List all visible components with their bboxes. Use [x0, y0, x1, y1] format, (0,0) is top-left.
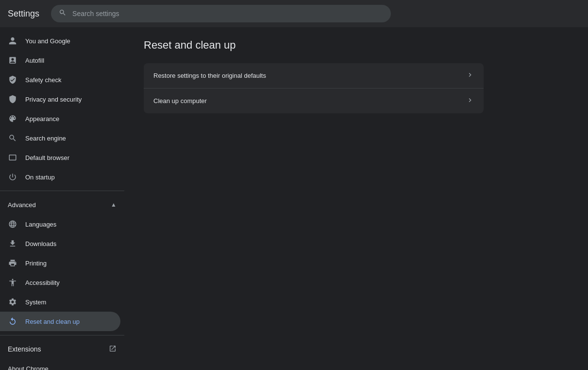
sidebar-item-label: Search engine — [25, 135, 66, 142]
sidebar: You and Google Autofill Safety check — [0, 27, 124, 370]
sidebar-item-downloads[interactable]: Downloads — [0, 234, 120, 253]
search-icon — [59, 9, 67, 18]
sidebar-item-printing[interactable]: Printing — [0, 253, 120, 273]
sidebar-item-label: Downloads — [25, 240, 56, 247]
sidebar-item-you-and-google[interactable]: You and Google — [0, 31, 120, 51]
sidebar-item-default-browser[interactable]: Default browser — [0, 148, 120, 167]
search-engine-icon — [8, 133, 17, 143]
sidebar-item-label: Autofill — [25, 57, 44, 64]
download-icon — [8, 239, 17, 248]
sidebar-item-reset-clean-up[interactable]: Reset and clean up — [0, 312, 120, 331]
chevron-right-icon — [466, 71, 474, 80]
sidebar-item-system[interactable]: System — [0, 292, 120, 312]
sidebar-item-label: Printing — [25, 260, 47, 267]
external-link-icon — [109, 345, 117, 354]
system-icon — [8, 297, 17, 307]
sidebar-item-safety-check[interactable]: Safety check — [0, 70, 120, 89]
search-input[interactable] — [72, 10, 383, 18]
sidebar-divider — [0, 191, 124, 191]
extensions-label: Extensions — [8, 345, 41, 353]
sidebar-item-label: Default browser — [25, 154, 69, 161]
sidebar-item-label: Safety check — [25, 76, 61, 84]
restore-settings-label: Restore settings to their original defau… — [153, 72, 266, 79]
clean-up-computer-label: Clean up computer — [153, 97, 207, 105]
sidebar-item-label: Languages — [25, 221, 56, 228]
sidebar-divider-2 — [0, 335, 124, 335]
sidebar-item-label: System — [25, 299, 46, 306]
main-layout: You and Google Autofill Safety check — [0, 27, 588, 370]
autofill-icon — [8, 55, 17, 65]
topbar: Settings — [0, 0, 588, 27]
chevron-up-icon: ▲ — [111, 201, 117, 208]
sidebar-item-extensions[interactable]: Extensions — [0, 339, 124, 359]
sidebar-item-autofill[interactable]: Autofill — [0, 51, 120, 70]
app-title: Settings — [8, 9, 39, 19]
shield-icon — [8, 75, 17, 85]
chevron-right-icon — [466, 96, 474, 106]
page-title: Reset and clean up — [144, 39, 569, 52]
sidebar-item-languages[interactable]: Languages — [0, 214, 120, 234]
globe-icon — [8, 219, 17, 229]
sidebar-item-search-engine[interactable]: Search engine — [0, 128, 120, 148]
palette-icon — [8, 114, 17, 123]
restore-settings-row[interactable]: Restore settings to their original defau… — [144, 63, 484, 88]
browser-icon — [8, 153, 17, 162]
advanced-label: Advanced — [8, 201, 36, 209]
search-bar[interactable] — [51, 5, 391, 22]
sidebar-item-label: You and Google — [25, 37, 70, 45]
advanced-section-header[interactable]: Advanced ▲ — [0, 195, 124, 214]
print-icon — [8, 258, 17, 268]
power-icon — [8, 172, 17, 182]
sidebar-item-label: Privacy and security — [25, 96, 82, 103]
settings-card: Restore settings to their original defau… — [144, 63, 484, 113]
sidebar-item-label: About Chrome — [8, 365, 49, 370]
sidebar-item-label: Accessibility — [25, 279, 60, 286]
person-icon — [8, 36, 17, 46]
sidebar-item-on-startup[interactable]: On startup — [0, 167, 120, 187]
reset-icon — [8, 317, 17, 326]
sidebar-item-about-chrome[interactable]: About Chrome — [0, 359, 120, 370]
clean-up-computer-row[interactable]: Clean up computer — [144, 88, 484, 113]
privacy-icon — [8, 94, 17, 104]
sidebar-item-label: On startup — [25, 174, 55, 181]
sidebar-item-accessibility[interactable]: Accessibility — [0, 273, 120, 292]
sidebar-item-privacy-security[interactable]: Privacy and security — [0, 89, 120, 109]
main-content: Reset and clean up Restore settings to t… — [124, 27, 588, 370]
accessibility-icon — [8, 278, 17, 287]
sidebar-item-label: Reset and clean up — [25, 318, 80, 325]
sidebar-item-appearance[interactable]: Appearance — [0, 109, 120, 128]
sidebar-item-label: Appearance — [25, 115, 59, 123]
